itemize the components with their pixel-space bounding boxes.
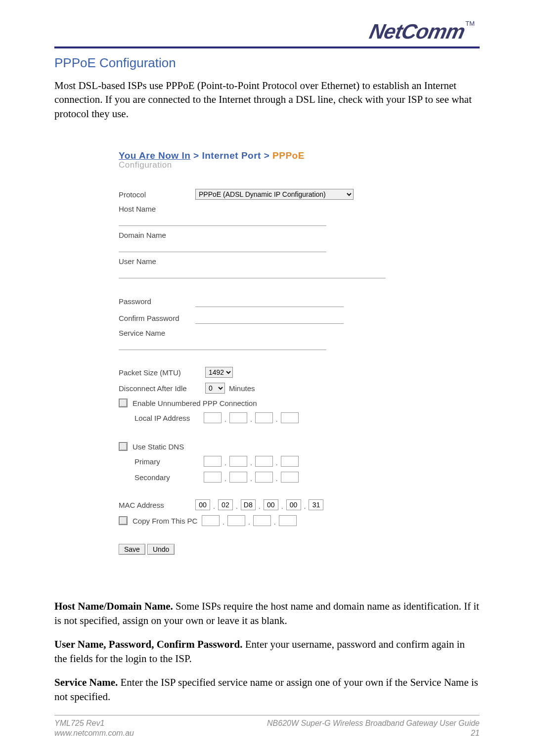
dns-secondary-oct3[interactable] (255, 472, 273, 483)
dns-secondary-oct2[interactable] (229, 472, 247, 483)
intro-paragraph: Most DSL-based ISPs use PPPoE (Point-to-… (54, 79, 480, 121)
domain-name-input[interactable] (119, 240, 326, 252)
local-ip-group: . . . (204, 412, 299, 423)
brand-name: NetComm (367, 20, 467, 44)
page-footer: YML725 Rev1 www.netcomm.com.au NB620W Su… (54, 715, 480, 738)
copy-from-pc-checkbox[interactable] (119, 516, 128, 525)
enable-unnumbered-label: Enable Unnumbered PPP Connection (133, 399, 257, 407)
breadcrumb-root[interactable]: You Are Now In (119, 150, 190, 161)
dns-primary-oct4[interactable] (281, 456, 299, 467)
breadcrumb: You Are Now In > Internet Port > PPPoE (119, 150, 396, 161)
paragraph-credentials: User Name, Password, Confirm Password. E… (54, 637, 480, 667)
save-button[interactable]: Save (119, 544, 145, 555)
local-ip-oct4[interactable] (281, 412, 299, 423)
paragraph-host-domain: Host Name/Domain Name. Some ISPs require… (54, 599, 480, 628)
mac-label: MAC Address (119, 501, 195, 509)
mac-oct4[interactable] (264, 499, 278, 510)
dns-primary-label: Primary (134, 457, 204, 466)
footer-divider (54, 715, 480, 715)
use-static-dns-checkbox[interactable] (119, 442, 128, 451)
service-name-input[interactable] (119, 338, 326, 350)
mtu-label: Packet Size (MTU) (119, 368, 205, 377)
footer-guide: NB620W Super-G Wireless Broadband Gatewa… (267, 718, 480, 728)
idle-select[interactable]: 0 (205, 383, 225, 394)
row-static-dns: Use Static DNS (119, 442, 396, 451)
row-copy-pc: Copy From This PC . . . (119, 515, 396, 526)
copy-from-pc-label: Copy From This PC (133, 517, 202, 525)
brand-logo: NetCommTM (54, 20, 480, 44)
idle-label-pre: Disconnect After Idle (119, 384, 205, 393)
password-input[interactable] (195, 295, 344, 307)
domain-name-label: Domain Name (119, 231, 166, 239)
copy-ip-oct3[interactable] (253, 515, 271, 526)
mac-oct2[interactable] (218, 499, 233, 510)
body-text: Host Name/Domain Name. Some ISPs require… (54, 599, 480, 704)
row-dns-primary: Primary . . . (134, 456, 396, 467)
row-protocol: Protocol PPPoE (ADSL Dynamic IP Configur… (119, 189, 396, 200)
row-service-name: Service Name (119, 329, 396, 350)
row-mac: MAC Address . . . . . (119, 499, 396, 510)
footer-url: www.netcomm.com.au (54, 728, 134, 738)
breadcrumb-active: PPPoE (272, 150, 305, 161)
section-title: PPPoE Configuration (54, 55, 480, 71)
copy-ip-group: . . . (202, 515, 297, 526)
dns-primary-oct2[interactable] (229, 456, 247, 467)
row-unnumbered: Enable Unnumbered PPP Connection (119, 399, 396, 407)
enable-unnumbered-checkbox[interactable] (119, 399, 128, 407)
header-divider (54, 46, 480, 48)
service-name-label: Service Name (119, 329, 165, 337)
footer-page-number: 21 (267, 728, 480, 738)
mac-oct6[interactable] (309, 499, 323, 510)
local-ip-oct3[interactable] (255, 412, 273, 423)
local-ip-label: Local IP Address (134, 414, 204, 422)
dns-primary-oct3[interactable] (255, 456, 273, 467)
dns-primary-group: . . . (204, 456, 299, 467)
copy-ip-oct1[interactable] (202, 515, 220, 526)
breadcrumb-sub: Configuration (119, 160, 396, 170)
row-buttons: Save Undo (119, 544, 396, 555)
mac-oct5[interactable] (286, 499, 301, 510)
mac-group: . . . . . (195, 499, 323, 510)
row-local-ip: Local IP Address . . . (134, 412, 396, 423)
host-name-input[interactable] (119, 214, 326, 226)
copy-ip-oct2[interactable] (227, 515, 245, 526)
breadcrumb-part2: Internet Port (202, 150, 261, 161)
row-idle: Disconnect After Idle 0 Minutes (119, 383, 396, 394)
protocol-label: Protocol (119, 190, 195, 199)
dns-primary-oct1[interactable] (204, 456, 222, 467)
local-ip-oct2[interactable] (229, 412, 247, 423)
dns-secondary-oct1[interactable] (204, 472, 222, 483)
mac-oct3[interactable] (241, 499, 256, 510)
dns-secondary-label: Secondary (134, 473, 204, 482)
row-password: Password (119, 295, 396, 307)
password-label: Password (119, 297, 195, 306)
row-confirm-password: Confirm Password (119, 312, 396, 324)
paragraph-service-name: Service Name. Enter the ISP specified se… (54, 675, 480, 705)
row-mtu: Packet Size (MTU) 1492 (119, 367, 396, 378)
user-name-input[interactable] (119, 267, 386, 278)
dns-secondary-oct4[interactable] (281, 472, 299, 483)
dns-secondary-group: . . . (204, 472, 299, 483)
row-domain-name: Domain Name (119, 231, 396, 252)
row-host-name: Host Name (119, 205, 396, 226)
mac-oct1[interactable] (195, 499, 210, 510)
config-panel: You Are Now In > Internet Port > PPPoE C… (119, 150, 396, 555)
host-name-label: Host Name (119, 205, 156, 213)
protocol-select[interactable]: PPPoE (ADSL Dynamic IP Configuration) (195, 189, 354, 200)
confirm-password-label: Confirm Password (119, 314, 195, 322)
user-name-label: User Name (119, 257, 156, 266)
copy-ip-oct4[interactable] (279, 515, 297, 526)
undo-button[interactable]: Undo (147, 544, 175, 555)
confirm-password-input[interactable] (195, 312, 344, 324)
footer-rev: YML725 Rev1 (54, 718, 134, 728)
brand-tm: TM (465, 20, 475, 27)
mtu-select[interactable]: 1492 (205, 367, 233, 378)
row-user-name: User Name (119, 257, 396, 278)
use-static-dns-label: Use Static DNS (133, 443, 184, 451)
idle-label-post: Minutes (229, 384, 255, 393)
row-dns-secondary: Secondary . . . (134, 472, 396, 483)
local-ip-oct1[interactable] (204, 412, 222, 423)
